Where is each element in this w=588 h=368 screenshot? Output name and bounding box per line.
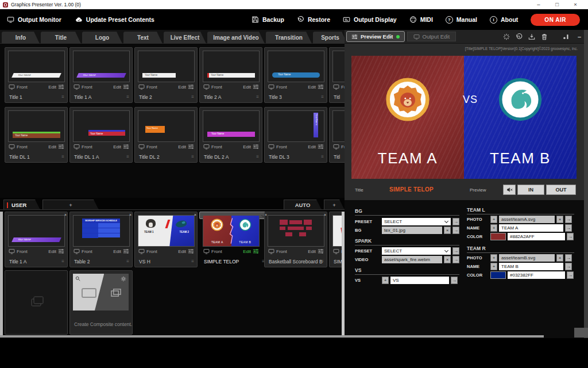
edit-button[interactable]: Edit (243, 84, 259, 90)
vs-apply-button[interactable]: → (451, 277, 458, 284)
team-l-name-field[interactable]: TEAM A (499, 224, 563, 232)
backup-button[interactable]: Backup (252, 16, 284, 23)
minimize-button[interactable]: – (529, 0, 548, 9)
front-indicator[interactable]: Front (74, 144, 92, 150)
menu-handle-icon[interactable]: ≡ (126, 259, 129, 264)
in-button[interactable]: IN (517, 185, 544, 195)
bg-preset-apply-button[interactable]: → (452, 218, 459, 225)
front-indicator[interactable]: Front (9, 248, 28, 254)
edit-button[interactable]: Edit (113, 144, 129, 150)
menu-handle-icon[interactable]: ≡ (191, 94, 194, 99)
menu-handle-icon[interactable]: ≡ (126, 94, 129, 99)
tab-sports[interactable]: Sports (313, 32, 347, 44)
spark-preset-select[interactable]: SELECT (382, 247, 451, 255)
menu-handle-icon[interactable]: ≡ (126, 154, 129, 159)
front-indicator[interactable]: Front (138, 248, 157, 254)
bg-clear-button[interactable]: × (444, 227, 451, 234)
team-l-color-swatch[interactable] (490, 233, 506, 240)
menu-handle-icon[interactable]: ≡ (61, 259, 64, 264)
close-button[interactable]: × (566, 0, 585, 9)
user-preset-card-basketball-scoreboard-b[interactable]: × Front Edit Basketball Scoreboard B ≡ (264, 212, 327, 267)
team-r-photo-field[interactable]: asset/teamB.svg (499, 254, 555, 262)
edit-button[interactable]: Edit (48, 84, 64, 90)
tab-image-and-video[interactable]: Image and Video (207, 32, 265, 44)
left-scrollbar[interactable] (0, 212, 3, 337)
preset-card-title-2[interactable]: Your Name Front Edit Title 2 ≡ (134, 47, 198, 103)
edit-button[interactable]: Edit (48, 248, 64, 254)
update-preset-contents-button[interactable]: Update Preset Contents (75, 16, 154, 23)
user-preset-card-vs-h[interactable]: × TEAM 1 TEAM 2 Front Edit VS H ≡ (134, 212, 198, 267)
preset-card-title-2-a[interactable]: Your Name Front Edit Title 2 A ≡ (199, 47, 262, 103)
front-indicator[interactable]: Front (74, 248, 92, 254)
history-icon[interactable] (516, 33, 523, 40)
tab-text[interactable]: Text (123, 32, 163, 44)
preset-card-partial[interactable]: Front Titl (329, 47, 345, 103)
edit-button[interactable]: Edit (113, 248, 129, 254)
team-l-name-add-button[interactable]: + (490, 224, 497, 232)
spark-video-field[interactable]: asset/spark_fire.webm (382, 256, 442, 263)
team-r-color-swatch[interactable] (490, 271, 506, 279)
preset-card-partial[interactable]: Front Titl (329, 107, 345, 163)
preset-card-title-dl-1[interactable]: Your Name Front Edit Title DL 1 ≡ (5, 107, 68, 163)
front-indicator[interactable]: Front (138, 144, 157, 150)
preset-card-title-dl-3[interactable]: Your Name Front Edit Title DL 3 ≡ (264, 107, 327, 163)
menu-handle-icon[interactable]: ≡ (321, 94, 324, 99)
preset-card-title-1-a[interactable]: Your Name Front Edit Title 1 A ≡ (69, 47, 133, 103)
edit-button[interactable]: Edit (113, 84, 129, 90)
front-indicator[interactable]: Front (9, 84, 28, 90)
create-composite-card[interactable]: Create Composite content. (69, 270, 133, 335)
team-r-name-field[interactable]: TEAM B (499, 263, 563, 270)
team-l-photo-apply-button[interactable]: → (565, 216, 572, 223)
mute-button[interactable] (503, 185, 516, 195)
bg-apply-button[interactable]: → (452, 227, 459, 234)
user-preset-card-title-1-a[interactable]: × Your Name Front Edit Title 1 A ≡ (5, 212, 68, 267)
edit-button[interactable]: Edit (308, 144, 324, 150)
team-r-color-field[interactable]: #032382FF (508, 271, 565, 279)
team-l-photo-clear-button[interactable]: × (556, 216, 563, 223)
edit-button[interactable]: Edit (178, 84, 194, 90)
about-button[interactable]: iAbout (490, 16, 518, 24)
preset-card-title-dl-2-a[interactable]: Your Name Front Edit Title DL 2 A ≡ (199, 107, 262, 163)
menu-handle-icon[interactable]: ≡ (61, 94, 64, 99)
front-indicator[interactable]: Front (333, 144, 345, 150)
front-indicator[interactable]: Front (268, 144, 287, 150)
edit-button[interactable]: Edit (308, 248, 324, 254)
tab-transition[interactable]: Transition (266, 32, 312, 44)
team-l-photo-field[interactable]: asset/teamA.svg (499, 216, 555, 223)
menu-handle-icon[interactable]: ≡ (321, 259, 324, 264)
front-indicator[interactable]: Front (138, 84, 157, 90)
menu-handle-icon[interactable]: ≡ (191, 259, 194, 264)
front-indicator[interactable]: Front (9, 144, 28, 150)
tab-output-edit[interactable]: Output Edit (407, 32, 457, 41)
output-monitor-button[interactable]: Output Monitor (7, 16, 61, 23)
remove-preset-icon[interactable]: × (194, 213, 196, 217)
edit-button[interactable]: Edit (243, 144, 259, 150)
front-indicator[interactable]: Front (74, 84, 92, 90)
front-indicator[interactable]: Front (268, 84, 287, 90)
team-r-name-apply-button[interactable]: → (565, 263, 572, 270)
front-indicator[interactable]: Front (203, 84, 222, 90)
user-preset-card-simple-telop-selected[interactable]: × TEAM A TEAM B Front Edit SIMPLE TELOP … (199, 212, 268, 219)
front-indicator[interactable]: Front (268, 248, 287, 254)
remove-preset-icon[interactable]: × (324, 213, 326, 217)
tab-live-effect[interactable]: Live Effect (164, 32, 206, 44)
preset-card-title-dl-2[interactable]: Your Name Front Edit Title DL 2 ≡ (134, 107, 198, 163)
panel-scrollbar[interactable] (584, 30, 588, 338)
remove-preset-icon[interactable]: × (129, 213, 131, 217)
menu-handle-icon[interactable]: ≡ (191, 154, 194, 159)
add-user-tab-button[interactable]: + (42, 200, 99, 210)
team-l-color-apply-button[interactable]: → (567, 233, 574, 240)
edit-button[interactable]: Edit (178, 248, 194, 254)
user-preset-card-table-2[interactable]: × WORSHIP SERVICES SCHEDULE Front Edit T… (69, 212, 133, 267)
team-r-color-apply-button[interactable]: → (567, 271, 574, 279)
team-l-color-field[interactable]: #882A2AFF (508, 233, 565, 240)
midi-button[interactable]: MIDI (409, 16, 433, 23)
tab-logo[interactable]: Logo (82, 32, 122, 44)
bg-file-field[interactable]: tex_01.jpg (382, 227, 442, 234)
front-indicator[interactable]: Front (203, 248, 222, 254)
spark-preset-apply-button[interactable]: → (452, 247, 459, 255)
tab-info[interactable]: Info (2, 32, 40, 44)
preset-card-title-3[interactable]: Your Name Front Edit Title 3 ≡ (264, 47, 327, 103)
menu-handle-icon[interactable]: ≡ (321, 154, 324, 159)
edit-button-active[interactable]: Edit (243, 248, 259, 254)
